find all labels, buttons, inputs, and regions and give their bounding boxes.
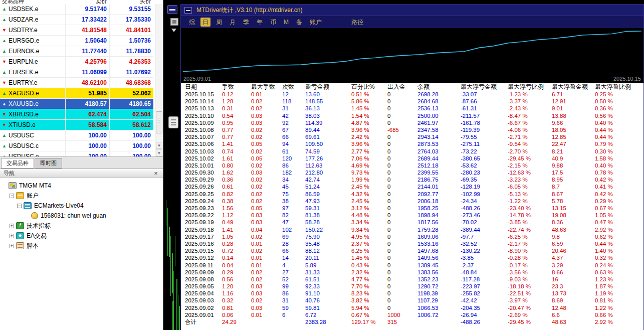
table-row[interactable]: 2025.09.041.160.038691.108.23 %01198.39-… [181,290,643,297]
table-row[interactable]: 2025.10.061.410.0594109.503.96 %02873.53… [181,140,643,147]
table-row[interactable]: 2025.09.051.200.039992.337.70 %01290.72-… [181,283,643,290]
table-row[interactable]: 2025.09.020.810.035959.815.94 %01066.53-… [181,304,643,311]
tab-symbols[interactable]: 交易品种 [1,158,34,169]
table-row[interactable]: 2025.09.301.620.03182212.809.73 %02399.5… [181,169,643,176]
toolbar-quarterly-button[interactable]: 季 [241,18,251,27]
table-row[interactable]: 2025.09.120.140.011420.111.45 %01409.56-… [181,254,643,261]
table-row[interactable]: 2025.09.260.610.024551.242.45 %02144.01-… [181,183,643,190]
cell: 17.5 [552,169,595,176]
cell: 0 [387,262,417,269]
expand-icon[interactable]: + [10,224,14,228]
table-row[interactable]: 2025.09.221.120.038281.384.48 %01898.94-… [181,212,643,219]
expand-icon[interactable]: + [10,234,14,238]
screenshot-icon[interactable] [170,18,178,26]
market-watch-row[interactable]: ▼XBRUSD.e62.47462.504 [0,109,153,120]
tab-tick-chart[interactable]: 即时图 [35,158,62,169]
market-watch-row[interactable]: ▼EURTRY.e48.6210048.68368 [0,78,153,88]
toolbar-path-button[interactable]: 路径 [349,18,365,27]
market-watch-row[interactable]: ▼XTIUSD.e58.58458.612 [0,120,153,130]
window-titlebar[interactable]: MTDriver统计 ,V3.10 (http://mtdriver.cn) [181,5,643,16]
table-row[interactable]: 2025.10.141.280.02118148.555.86 %02684.6… [181,98,643,105]
table-row[interactable]: 2025.10.130.310.023136.131.45 %02536.13-… [181,105,643,112]
panel-grip-icon[interactable] [168,116,178,128]
table-row[interactable]: 2025.09.150.720.026688.126.25 %01497.68-… [181,247,643,254]
tree-item[interactable]: TMGM MT4 [0,181,163,191]
cell: 6.72 [305,311,351,318]
cell: 2025.10.02 [185,155,222,162]
toolbar-account-button[interactable]: 账户 [308,18,324,27]
tree-item-label: 1568031: chun wei guan [41,212,106,219]
column-header-bid[interactable]: 卖价 [65,0,109,4]
table-row[interactable]: 2025.09.030.320.023140.763.82 %01107.29-… [181,297,643,304]
toolbar-monthly-button[interactable]: 月 [228,18,238,27]
scrollbar-thumb[interactable] [156,111,162,133]
tree-item[interactable]: 1568031: chun wei guan [0,211,163,221]
tree-item[interactable]: +EA交易 [0,231,163,241]
table-row[interactable]: 2025.09.250.820.027586.594.32 %02092.77-… [181,191,643,198]
table-row[interactable]: 2025.10.100.540.034238.031.54 %02500.00-… [181,112,643,119]
table-row[interactable]: 2025.10.090.950.0392114.394.87 %02461.97… [181,119,643,126]
table-row[interactable]: 2025.09.090.290.022731.332.32 %01383.56-… [181,269,643,276]
cell: 99 [282,283,305,290]
market-watch-row[interactable]: ▲USDUSC100.00100.00 [0,130,153,141]
table-row[interactable]: 2025.09.160.280.012835.482.37 %01533.16-… [181,240,643,247]
table-row[interactable]: 2025.10.150.120.011213.600.51 %02698.28-… [181,91,643,98]
market-watch-row[interactable]: ▲EURSGD.e1.506401.50736 [0,36,153,46]
cell: -22.51 % [508,290,552,297]
market-watch-row[interactable]: ▲USDSEK.e9.517409.53155 [0,4,153,15]
close-icon[interactable]: × [152,170,159,177]
market-watch-row[interactable]: ▼EURPLN.e4.257964.26353 [0,57,153,67]
table-row[interactable]: 2025.09.190.490.034758.283.34 %01817.56-… [181,219,643,226]
cell: 81.38 [305,212,351,219]
table-row[interactable]: 2025.10.070.770.026669.612.42 %02943.14-… [181,133,643,140]
market-watch-row[interactable]: ▲USDUSC.c100.00100.00 [0,141,153,151]
cell: 2025.09.02 [185,304,222,311]
cell: 1609.06 [417,233,461,240]
table-row[interactable]: 2025.09.110.040.0145.890.43 %01389.45-2.… [181,262,643,269]
market-watch-row[interactable]: ▼USDTRY.e41.8154841.84101 [0,25,153,36]
market-watch-row[interactable]: ▲EURSEK.e11.0609911.07692 [0,67,153,78]
tree-item[interactable]: −ECMarkets-Live04 [0,201,163,211]
tree-item[interactable]: +脚本 [0,241,163,251]
table-row[interactable]: 2025.09.171.050.026975.904.95 %01609.06-… [181,233,643,240]
market-watch-row[interactable]: ▲USDUSC.e100.00100.00 [0,151,153,156]
toolbar-yearly-button[interactable]: 年 [255,18,265,27]
table-row[interactable]: 2025.09.080.560.025261.514.77 %01352.23-… [181,276,643,283]
table-row[interactable]: 2025.09.290.360.023442.741.99 %02186.75-… [181,176,643,183]
market-watch-row[interactable]: ▲XAGUSD.e51.98552.062 [0,88,153,99]
toolbar-daily-button[interactable]: 日 [200,18,210,27]
market-watch-row[interactable]: ▲USDZAR.e17.3342217.35330 [0,15,153,25]
table-row[interactable]: 2025.10.030.740.026174.592.77 %02764.03-… [181,148,643,155]
table-row[interactable]: 2025.09.010.060.0166.720.67 %10001006.72… [181,311,643,318]
table-row[interactable]: 2025.10.021.610.05120177.267.06 %02689.4… [181,155,643,162]
table-row[interactable]: 2025.10.010.800.0286112.634.69 %02512.18… [181,162,643,169]
scrollbar-down-icon[interactable]: ▼ [156,149,162,156]
cell: 0.67 % [595,205,643,212]
cell: 94 [282,140,305,147]
toolbar-weekly-button[interactable]: 周 [214,18,224,27]
collapse-icon[interactable]: − [10,194,14,198]
expand-icon[interactable]: + [10,244,14,248]
table-row[interactable]: 2025.10.080.770.026789.443.96 %-6852347.… [181,126,643,133]
market-watch-row[interactable]: ▲XAUUSD.e4180.574180.65 [0,99,153,109]
one-click-trading-arrow-icon[interactable] [171,29,176,32]
panel-icon[interactable] [167,5,177,14]
toolbar-currency-button[interactable]: 币 [268,18,278,27]
toolbar-m-button[interactable]: M [282,18,291,27]
table-row[interactable]: 2025.09.240.380.023847.932.45 %02006.18-… [181,198,643,205]
column-header-symbol[interactable]: 交易品种 [0,0,65,4]
table-total-row[interactable]: 合计24.292383.28129.17 %315-488.26-29.45 %… [181,318,643,325]
tree-item[interactable]: +技术指标 [0,221,163,231]
cell: 1.41 [222,226,251,233]
market-watch-row[interactable]: ▲EURNOK.e11.7744011.78830 [0,46,153,57]
tree-item[interactable]: −账户 [0,191,163,201]
collapse-icon[interactable]: − [17,204,22,208]
table-row[interactable]: 2025.09.231.560.059759.313.12 %01958.25-… [181,205,643,212]
toolbar-notes-button[interactable]: 备 [294,18,304,27]
tick-down-icon: ▼ [2,120,7,130]
toolbar-summary-button[interactable]: 综 [187,18,197,27]
scrollbar-down-icon[interactable]: ▼ [156,142,162,149]
column-header-ask[interactable]: 买价 [109,0,153,4]
market-watch-scrollbar[interactable]: ▼ ▼ [155,4,163,156]
table-row[interactable]: 2025.09.181.410.04102150.229.34 %01759.2… [181,226,643,233]
